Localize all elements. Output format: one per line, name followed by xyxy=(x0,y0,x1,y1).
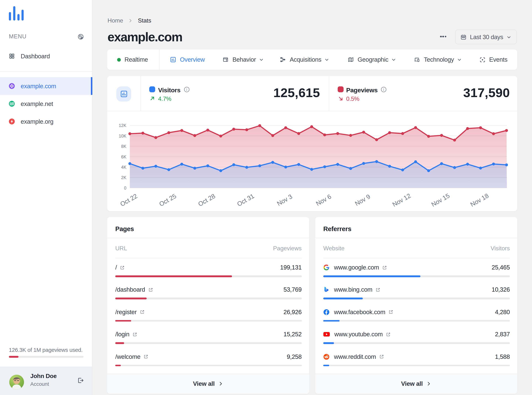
svg-text:2K: 2K xyxy=(121,175,127,180)
svg-text:Oct 28: Oct 28 xyxy=(197,192,217,208)
svg-text:0: 0 xyxy=(124,186,126,191)
svg-text:Nov 6: Nov 6 xyxy=(315,193,332,207)
svg-text:Nov 12: Nov 12 xyxy=(391,192,412,208)
svg-text:Oct 25: Oct 25 xyxy=(158,192,178,208)
svg-text:Nov 18: Nov 18 xyxy=(469,192,490,208)
svg-text:Nov 3: Nov 3 xyxy=(276,193,294,207)
svg-text:12K: 12K xyxy=(119,123,127,128)
svg-text:4K: 4K xyxy=(121,165,127,170)
svg-text:6K: 6K xyxy=(121,154,127,159)
svg-text:Nov 15: Nov 15 xyxy=(430,192,451,208)
svg-text:Oct 31: Oct 31 xyxy=(236,192,256,208)
svg-text:Nov 9: Nov 9 xyxy=(354,193,371,207)
svg-text:8K: 8K xyxy=(121,144,127,149)
svg-text:10K: 10K xyxy=(119,134,127,138)
svg-text:Oct 22: Oct 22 xyxy=(119,192,139,208)
